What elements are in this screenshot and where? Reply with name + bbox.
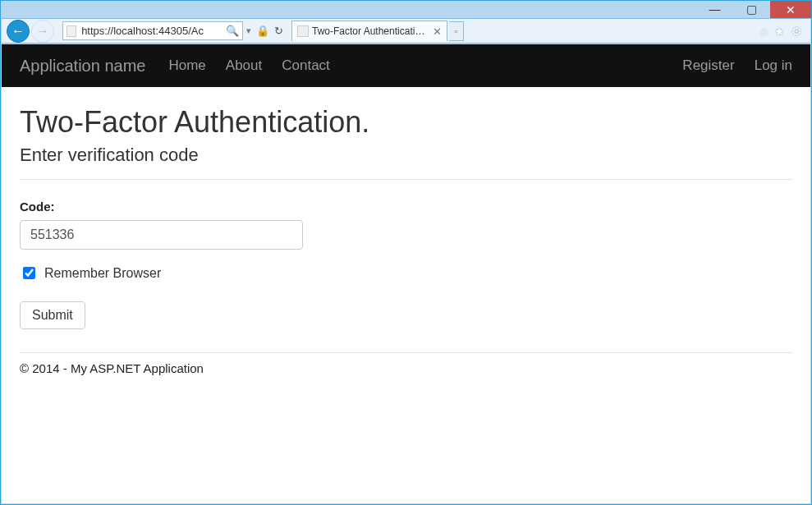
forward-button[interactable]: → xyxy=(31,20,54,43)
nav-about[interactable]: About xyxy=(226,57,262,74)
footer-text: © 2014 - My ASP.NET Application xyxy=(2,361,810,392)
home-icon[interactable]: ⌂ xyxy=(761,25,768,38)
nav-contact[interactable]: Contact xyxy=(282,57,330,74)
tab-title: Two-Factor Authentication ... xyxy=(312,25,429,37)
nav-login[interactable]: Log in xyxy=(755,57,792,74)
address-bar[interactable]: 🔍 xyxy=(62,21,243,40)
nav-register[interactable]: Register xyxy=(682,57,734,74)
nav-home[interactable]: Home xyxy=(168,57,205,74)
page-icon xyxy=(67,25,76,37)
site-navbar: Application name Home About Contact Regi… xyxy=(2,44,810,87)
back-button[interactable]: ← xyxy=(7,20,30,43)
browser-toolbar: ← → 🔍 ▾ 🔒 ↻ Two-Factor Authentication ..… xyxy=(2,18,810,44)
divider xyxy=(20,179,792,180)
window-close-button[interactable]: ✕ xyxy=(770,1,811,18)
remember-browser-checkbox[interactable] xyxy=(23,267,35,279)
favicon-icon xyxy=(297,25,309,37)
lock-icon[interactable]: 🔒 xyxy=(256,25,269,37)
window-maximize-button[interactable]: ▢ xyxy=(733,1,770,17)
window-minimize-button[interactable]: — xyxy=(696,1,733,17)
code-input[interactable] xyxy=(20,220,303,250)
search-icon[interactable]: 🔍 xyxy=(226,25,239,37)
new-tab-button[interactable]: ▫ xyxy=(449,21,464,41)
settings-icon[interactable]: ⚙ xyxy=(791,25,802,38)
remember-browser-label[interactable]: Remember Browser xyxy=(44,266,161,281)
dropdown-icon[interactable]: ▾ xyxy=(246,25,251,36)
page-viewport: Application name Home About Contact Regi… xyxy=(2,44,810,503)
browser-tab[interactable]: Two-Factor Authentication ... ✕ xyxy=(291,21,447,41)
arrow-right-icon: → xyxy=(36,24,49,39)
page-subtitle: Enter verification code xyxy=(20,145,792,166)
arrow-left-icon: ← xyxy=(11,24,25,39)
tab-close-icon[interactable]: ✕ xyxy=(433,25,442,38)
footer-divider xyxy=(20,352,792,353)
tab-strip: Two-Factor Authentication ... ✕ ▫ xyxy=(291,21,464,42)
page-title: Two-Factor Authentication. xyxy=(20,105,792,140)
refresh-icon[interactable]: ↻ xyxy=(274,25,283,37)
address-status-icons: ▾ 🔒 ↻ xyxy=(246,25,283,37)
url-input[interactable] xyxy=(80,24,226,38)
brand-link[interactable]: Application name xyxy=(20,57,145,76)
submit-button[interactable]: Submit xyxy=(20,301,85,329)
code-label: Code: xyxy=(20,200,792,213)
favorites-icon[interactable]: ★ xyxy=(774,25,785,38)
